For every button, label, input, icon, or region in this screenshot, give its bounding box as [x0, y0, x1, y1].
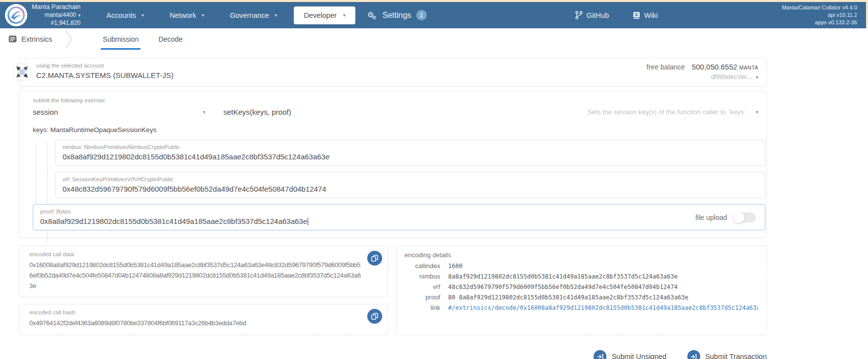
free-balance: free balance 500,050.6552 MANTA [647, 63, 758, 71]
breadcrumb-extrinsics: Extrinsics [8, 28, 52, 50]
extrinsic-card: submit the following extrinsic session ▾… [19, 91, 767, 238]
manta-logo-icon [7, 6, 25, 24]
account-card: using the selected account C2.MANTA.SYST… [19, 58, 767, 86]
account-info[interactable]: using the selected account C2.MANTA.SYST… [36, 63, 174, 79]
menu-settings[interactable]: ⚙⚙ Settings 1 [367, 10, 426, 20]
detail-callindex: 1600 [448, 263, 758, 270]
address-short: dfWbekcVei... [711, 73, 752, 80]
menu-governance[interactable]: Governance ▾ [230, 11, 277, 19]
decode-link[interactable]: #/extrinsics/decode/0x16008a8af929d12198… [448, 304, 758, 311]
copy-icon [371, 255, 378, 262]
account-label: using the selected account [36, 63, 174, 69]
pallet-select[interactable]: session ▾ [33, 108, 205, 116]
detail-key: vrf [404, 283, 440, 290]
vrf-input[interactable]: 0x48c832d59679790f579d6009f5bb56ef0b52da… [63, 185, 758, 193]
method-value: setKeys(keys, proof) [223, 108, 291, 116]
chevron-down-icon: ▾ [201, 12, 204, 18]
pallet-value: session [33, 108, 58, 116]
call-hash-value: 0x49764142f2def4363a6089d8f0780be337804f… [29, 318, 362, 329]
detail-key: proof [404, 293, 440, 301]
call-data-value: 0x16008a8af929d1219802dc8155d0b5381c41d4… [29, 260, 362, 291]
block-number: #1,941,820 [32, 19, 80, 27]
book-icon [633, 11, 640, 19]
github-link[interactable]: GitHub [575, 11, 609, 19]
method-select[interactable]: setKeys(keys, proof) [223, 108, 291, 116]
copy-call-hash-button[interactable] [367, 309, 382, 324]
toggle-knob [733, 212, 744, 223]
chevron-down-icon: ▾ [343, 12, 345, 18]
api-version: api v10.11.2 [782, 11, 857, 19]
settings-badge: 1 [416, 10, 427, 20]
sign-in-icon [687, 350, 700, 359]
vrf-label: vrf: SessionKeyPrimitivesVrfVrfCryptoPub… [63, 176, 758, 182]
apps-version: apps v0.133.2-36 [782, 19, 857, 26]
chevron-down-icon: ▾ [756, 74, 758, 80]
encoded-call-hash-box: encoded call hash 0x49764142f2def4363a60… [19, 304, 388, 335]
file-upload-toggle[interactable] [733, 212, 756, 222]
chain-selector[interactable]: Manta Parachain manta/4400▾ #1,941,820 [32, 3, 80, 27]
account-name: C2.MANTA.SYSTEMS (SUBWALLET-JS) [36, 71, 174, 79]
method-hint-dropdown[interactable]: Sets the session key(s) of the function … [588, 108, 758, 116]
encoded-call-data-box: encoded call data 0x16008a8af929d1219802… [19, 246, 388, 297]
copy-icon [371, 313, 378, 320]
balance-value: 500,050.6552 [692, 63, 737, 71]
proof-input[interactable]: 0x8a8af929d1219802dc8155d0b5381c41d49a18… [40, 217, 758, 225]
vrf-field: vrf: SessionKeyPrimitivesVrfVrfCryptoPub… [55, 172, 765, 198]
sign-in-icon [594, 350, 606, 359]
wiki-link[interactable]: Wiki [633, 11, 658, 19]
chevron-down-icon: ▾ [274, 12, 277, 18]
node-version: Manta/Calamari Collator v4.4.0 [782, 4, 857, 11]
version-info: Manta/Calamari Collator v4.4.0 api v10.1… [782, 4, 857, 26]
proof-label: proof: Bytes [40, 209, 758, 215]
chevron-down-icon: ▾ [203, 109, 205, 115]
extrinsics-icon [8, 35, 17, 43]
balance-label: free balance [647, 63, 685, 71]
manta-logo[interactable] [5, 4, 27, 26]
code-branch-icon [575, 11, 583, 19]
encoding-details-box: encoding details callindex 1600 nimbus 8… [396, 246, 767, 335]
tab-bar: Extrinsics Submission Decode [0, 28, 868, 50]
chain-network: manta/4400 [45, 11, 76, 18]
main-content: using the selected account C2.MANTA.SYST… [0, 50, 868, 359]
detail-proof: 80 8a8af929d1219802dc8155d0b5381c41d49a1… [448, 294, 758, 301]
top-navbar: Manta Parachain manta/4400▾ #1,941,820 A… [0, 2, 868, 28]
detail-key: link [404, 304, 440, 311]
detail-key: callindex [404, 262, 440, 270]
chevron-down-icon: ▾ [756, 109, 758, 115]
section-label: Extrinsics [21, 35, 52, 43]
account-address-dropdown[interactable]: dfWbekcVei... ▾ [647, 73, 758, 80]
chevron-separator-icon [65, 28, 73, 50]
menu-accounts[interactable]: Accounts ▾ [106, 11, 144, 19]
chevron-down-icon: ▾ [78, 12, 80, 18]
detail-key: nimbus [404, 273, 440, 280]
chain-name: Manta Parachain [32, 3, 80, 11]
menu-developer[interactable]: Developer ▾ [294, 6, 355, 24]
nimbus-field: nimbus: NimbusPrimitivesNimbusCryptoPubl… [55, 140, 765, 166]
detail-vrf: 48c832d59679790f579d6009f5bb56ef0b52da49… [448, 284, 758, 290]
submit-unsigned-button[interactable]: Submit Unsigned [594, 350, 666, 359]
nimbus-label: nimbus: NimbusPrimitivesNimbusCryptoPubl… [63, 144, 758, 150]
chevron-down-icon: ▾ [141, 12, 144, 18]
proof-field: proof: Bytes 0x8a8af929d1219802dc8155d0b… [33, 204, 765, 230]
call-data-label: encoded call data [29, 251, 362, 257]
account-identicon[interactable] [13, 63, 31, 81]
method-hint: Sets the session key(s) of the function … [588, 108, 748, 116]
text-cursor [308, 217, 308, 225]
copy-call-data-button[interactable] [367, 251, 382, 266]
tab-decode[interactable]: Decode [156, 28, 184, 50]
extrinsic-label: submit the following extrinsic [33, 97, 766, 103]
file-upload-label: file upload [695, 214, 727, 221]
encoding-details-label: encoding details [404, 251, 758, 259]
balance-unit: MANTA [739, 65, 758, 71]
nimbus-input[interactable]: 0x8a8af929d1219802dc8155d0b5381c41d49a18… [63, 152, 758, 161]
tab-submission[interactable]: Submission [101, 28, 140, 50]
gear-icon: ⚙⚙ [367, 11, 378, 18]
call-hash-label: encoded call hash [29, 309, 362, 315]
submit-transaction-button[interactable]: Submit Transaction [687, 350, 767, 359]
keys-type-label: keys: MantaRuntimeOpaqueSessionKeys [33, 126, 766, 134]
detail-nimbus: 8a8af929d1219802dc8155d0b5381c41d49a185a… [448, 273, 758, 280]
menu-network[interactable]: Network ▾ [170, 11, 204, 19]
